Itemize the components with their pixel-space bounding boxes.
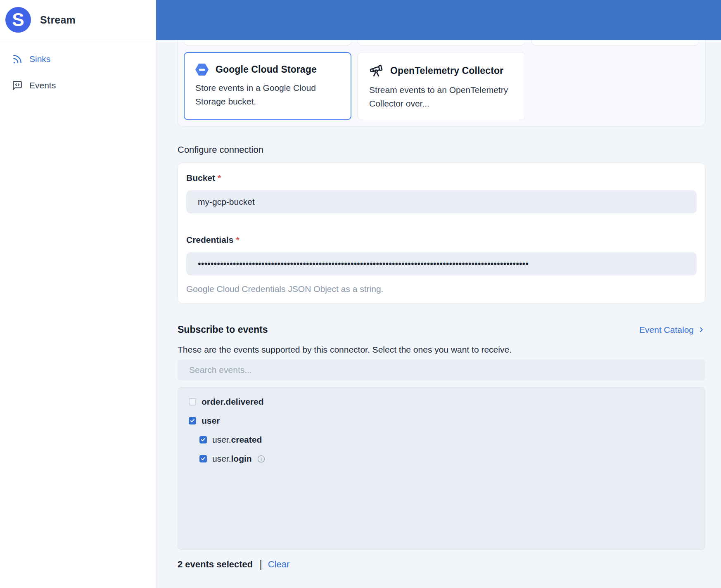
event-row-order-delivered: order.delivered [189,392,697,411]
footer-separator: | [259,558,262,570]
checkbox-user-created[interactable] [199,436,207,443]
subscribe-header-row: Subscribe to events Event Catalog [178,324,705,335]
bucket-label: Bucket* [186,173,697,183]
card-description: Store events in a Google Cloud Storage b… [195,81,340,108]
sidebar-header: S Stream [0,0,156,40]
connector-cell-empty [531,52,699,120]
top-bar [156,0,721,40]
sidebar-item-label: Sinks [29,54,50,64]
selection-footer: 2 events selected | Clear [178,558,705,570]
card-title: OpenTelemetry Collector [390,65,503,76]
event-row-user-login: user.login [189,449,697,468]
required-asterisk: * [218,173,221,183]
message-square-icon [12,80,23,91]
credentials-label: Credentials* [186,235,697,245]
subscribe-heading: Subscribe to events [178,324,268,335]
event-label: user.login [212,454,252,464]
search-events-input[interactable] [178,360,705,380]
rss-icon [12,54,23,64]
main-area: Google Cloud Storage Store events in a G… [156,0,721,588]
sidebar-item-label: Events [29,81,56,90]
sidebar-item-events[interactable]: Events [0,72,156,99]
chevron-right-icon [697,326,705,334]
sidebar-nav: Sinks Events [0,40,156,99]
sidebar: S Stream Sinks Events [0,0,156,588]
main-content: Google Cloud Storage Store events in a G… [156,0,721,570]
event-label: user.created [212,435,262,445]
stream-logo-icon: S [5,7,31,33]
bucket-input[interactable] [186,190,697,213]
subscribe-description: These are the events supported by this c… [178,345,705,355]
card-title: Google Cloud Storage [216,64,317,75]
bucket-field-group: Bucket* [186,173,697,213]
event-catalog-link[interactable]: Event Catalog [639,325,705,335]
card-header: Google Cloud Storage [195,64,340,76]
configure-connection-heading: Configure connection [178,145,705,155]
checkbox-order-delivered[interactable] [189,398,196,405]
check-icon [201,437,206,442]
sidebar-item-sinks[interactable]: Sinks [0,46,156,72]
google-cloud-storage-icon [195,64,209,76]
event-label: order.delivered [202,397,264,407]
event-label: user [202,416,220,426]
events-list-panel: order.delivered user [178,387,705,550]
connector-row: Google Cloud Storage Store events in a G… [184,52,699,120]
selected-count-text: 2 events selected [178,559,253,570]
event-catalog-label: Event Catalog [639,325,694,335]
required-asterisk: * [236,235,239,244]
app-title: Stream [40,14,76,26]
checkbox-user[interactable] [189,417,196,424]
card-header: OpenTelemetry Collector [369,64,514,78]
checkbox-user-login[interactable] [199,455,207,462]
event-row-user-created: user.created [189,430,697,449]
event-row-user: user [189,411,697,430]
check-icon [201,456,206,461]
credentials-field-group: Credentials* Google Cloud Credentials JS… [186,235,697,294]
card-description: Stream events to an OpenTelemetry Collec… [369,83,514,110]
app-window: S Stream Sinks Events [0,0,721,588]
connection-form-panel: Bucket* Credentials* Google Cloud Creden… [178,163,705,303]
info-icon[interactable] [257,455,266,463]
telescope-icon [369,64,383,78]
credentials-help-text: Google Cloud Credentials JSON Object as … [186,284,697,294]
connector-card-opentelemetry-collector[interactable]: OpenTelemetry Collector Stream events to… [358,52,525,120]
clear-selection-link[interactable]: Clear [268,559,290,570]
connector-card-google-cloud-storage[interactable]: Google Cloud Storage Store events in a G… [184,52,351,120]
check-icon [190,418,195,423]
credentials-input[interactable] [186,252,697,275]
